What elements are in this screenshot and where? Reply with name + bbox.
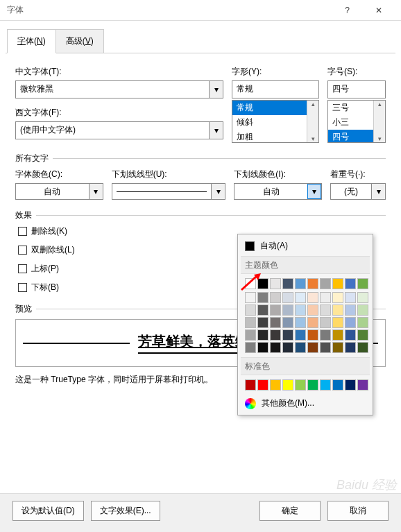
close-button[interactable]: ✕ — [363, 0, 394, 21]
color-swatch[interactable] — [320, 329, 331, 341]
cancel-button[interactable]: 取消 — [327, 501, 389, 521]
cn-font-combo[interactable]: 微软雅黑 ▾ — [15, 80, 223, 98]
color-swatch[interactable] — [245, 292, 256, 303]
style-listbox[interactable]: 常规 倾斜 加粗 ▴▾ — [232, 100, 319, 143]
size-option[interactable]: 小三 — [328, 115, 373, 130]
color-swatch[interactable] — [332, 304, 343, 316]
color-swatch[interactable] — [270, 304, 281, 316]
color-swatch[interactable] — [257, 317, 268, 328]
color-swatch[interactable] — [270, 329, 281, 341]
size-option[interactable]: 四号 — [328, 130, 373, 142]
color-swatch[interactable] — [357, 278, 368, 289]
color-swatch[interactable] — [332, 329, 343, 341]
color-swatch[interactable] — [257, 329, 268, 341]
en-font-combo[interactable]: (使用中文字体) ▾ — [15, 121, 223, 139]
help-button[interactable]: ? — [332, 0, 363, 21]
color-swatch[interactable] — [345, 317, 356, 328]
color-swatch[interactable] — [295, 379, 306, 391]
emphasis-dropdown[interactable]: (无) ▾ — [330, 183, 386, 200]
tab-font[interactable]: 字体(N) — [7, 29, 56, 53]
color-swatch[interactable] — [320, 379, 331, 391]
style-input[interactable]: 常规 — [232, 80, 319, 98]
color-swatch[interactable] — [332, 292, 343, 303]
color-swatch[interactable] — [270, 292, 281, 303]
color-swatch[interactable] — [257, 342, 268, 353]
color-swatch[interactable] — [357, 304, 368, 316]
color-swatch[interactable] — [357, 379, 368, 391]
color-swatch[interactable] — [257, 379, 268, 391]
color-swatch[interactable] — [307, 304, 318, 316]
more-colors[interactable]: 其他颜色(M)... — [241, 393, 370, 411]
color-swatch[interactable] — [307, 342, 318, 353]
set-default-button[interactable]: 设为默认值(D) — [12, 501, 84, 521]
color-auto[interactable]: 自动(A) — [241, 237, 370, 255]
color-swatch[interactable] — [332, 379, 343, 391]
color-swatch[interactable] — [357, 292, 368, 303]
scrollbar[interactable]: ▴▾ — [307, 101, 318, 142]
color-swatch[interactable] — [357, 342, 368, 353]
text-effects-button[interactable]: 文字效果(E)... — [91, 501, 160, 521]
color-swatch[interactable] — [245, 329, 256, 341]
color-swatch[interactable] — [307, 329, 318, 341]
color-swatch[interactable] — [332, 278, 343, 289]
size-listbox[interactable]: 三号 小三 四号 ▴▾ — [327, 100, 386, 143]
color-swatch[interactable] — [257, 304, 268, 316]
color-swatch[interactable] — [345, 292, 356, 303]
color-swatch[interactable] — [257, 292, 268, 303]
style-option[interactable]: 倾斜 — [232, 115, 307, 130]
color-swatch[interactable] — [320, 317, 331, 328]
color-swatch[interactable] — [320, 304, 331, 316]
scrollbar[interactable]: ▴▾ — [373, 101, 385, 142]
color-swatch[interactable] — [307, 292, 318, 303]
style-option[interactable]: 常规 — [232, 101, 307, 115]
color-swatch[interactable] — [245, 342, 256, 353]
color-swatch[interactable] — [295, 342, 306, 353]
color-swatch[interactable] — [307, 317, 318, 328]
color-swatch[interactable] — [345, 329, 356, 341]
color-swatch[interactable] — [282, 329, 293, 341]
color-swatch[interactable] — [282, 292, 293, 303]
style-option[interactable]: 加粗 — [232, 130, 307, 142]
size-option[interactable]: 三号 — [328, 101, 373, 115]
color-swatch[interactable] — [295, 329, 306, 341]
color-swatch[interactable] — [295, 292, 306, 303]
color-swatch[interactable] — [295, 317, 306, 328]
color-swatch[interactable] — [270, 317, 281, 328]
font-color-dropdown[interactable]: 自动 ▾ — [15, 183, 103, 200]
color-swatch[interactable] — [307, 278, 318, 289]
size-label: 字号(S): — [327, 66, 386, 78]
color-swatch[interactable] — [282, 342, 293, 353]
color-swatch[interactable] — [345, 304, 356, 316]
color-swatch[interactable] — [245, 379, 256, 391]
color-swatch[interactable] — [295, 304, 306, 316]
color-swatch[interactable] — [345, 342, 356, 353]
color-swatch[interactable] — [282, 317, 293, 328]
group-effects: 效果 — [15, 209, 386, 221]
color-swatch[interactable] — [357, 329, 368, 341]
tab-advanced[interactable]: 高级(V) — [56, 29, 104, 53]
color-swatch[interactable] — [332, 342, 343, 353]
color-swatch[interactable] — [320, 292, 331, 303]
underline-color-dropdown[interactable]: 自动 ▾ — [234, 183, 322, 200]
color-swatch[interactable] — [270, 342, 281, 353]
color-swatch[interactable] — [320, 278, 331, 289]
color-swatch[interactable] — [245, 317, 256, 328]
theme-colors-label: 主题颜色 — [241, 256, 370, 274]
color-swatch[interactable] — [307, 379, 318, 391]
color-swatch[interactable] — [345, 379, 356, 391]
color-swatch[interactable] — [295, 278, 306, 289]
color-swatch[interactable] — [282, 379, 293, 391]
ok-button[interactable]: 确定 — [259, 501, 321, 521]
color-swatch[interactable] — [332, 317, 343, 328]
size-input[interactable]: 四号 — [327, 80, 386, 98]
color-swatch[interactable] — [357, 317, 368, 328]
color-swatch[interactable] — [270, 278, 281, 289]
color-swatch[interactable] — [320, 342, 331, 353]
color-swatch[interactable] — [282, 278, 293, 289]
cn-font-label: 中文字体(T): — [15, 66, 223, 78]
underline-style-dropdown[interactable]: ▾ — [112, 183, 226, 200]
color-swatch[interactable] — [282, 304, 293, 316]
color-swatch[interactable] — [270, 379, 281, 391]
color-swatch[interactable] — [245, 304, 256, 316]
color-swatch[interactable] — [345, 278, 356, 289]
